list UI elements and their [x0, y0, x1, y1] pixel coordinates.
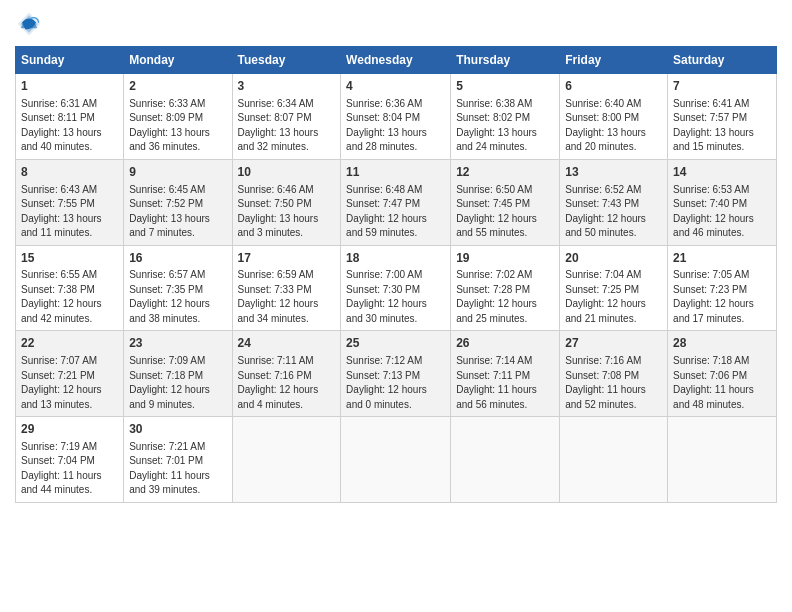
day-number: 25: [346, 335, 445, 352]
calendar-cell: 3Sunrise: 6:34 AM Sunset: 8:07 PM Daylig…: [232, 74, 341, 160]
calendar-cell: 15Sunrise: 6:55 AM Sunset: 7:38 PM Dayli…: [16, 245, 124, 331]
calendar-cell: 29Sunrise: 7:19 AM Sunset: 7:04 PM Dayli…: [16, 417, 124, 503]
day-number: 22: [21, 335, 118, 352]
calendar-cell: 30Sunrise: 7:21 AM Sunset: 7:01 PM Dayli…: [124, 417, 232, 503]
calendar-cell: [341, 417, 451, 503]
day-number: 11: [346, 164, 445, 181]
logo: [15, 10, 47, 38]
calendar-cell: 10Sunrise: 6:46 AM Sunset: 7:50 PM Dayli…: [232, 159, 341, 245]
day-info: Sunrise: 7:04 AM Sunset: 7:25 PM Dayligh…: [565, 268, 662, 326]
day-info: Sunrise: 7:00 AM Sunset: 7:30 PM Dayligh…: [346, 268, 445, 326]
calendar-cell: 18Sunrise: 7:00 AM Sunset: 7:30 PM Dayli…: [341, 245, 451, 331]
day-info: Sunrise: 6:59 AM Sunset: 7:33 PM Dayligh…: [238, 268, 336, 326]
calendar-cell: 20Sunrise: 7:04 AM Sunset: 7:25 PM Dayli…: [560, 245, 668, 331]
logo-icon: [15, 10, 43, 38]
day-number: 4: [346, 78, 445, 95]
calendar-cell: [451, 417, 560, 503]
calendar-cell: 11Sunrise: 6:48 AM Sunset: 7:47 PM Dayli…: [341, 159, 451, 245]
calendar-cell: [232, 417, 341, 503]
calendar-cell: 5Sunrise: 6:38 AM Sunset: 8:02 PM Daylig…: [451, 74, 560, 160]
calendar-cell: 12Sunrise: 6:50 AM Sunset: 7:45 PM Dayli…: [451, 159, 560, 245]
calendar-week-row: 22Sunrise: 7:07 AM Sunset: 7:21 PM Dayli…: [16, 331, 777, 417]
day-number: 2: [129, 78, 226, 95]
day-info: Sunrise: 6:48 AM Sunset: 7:47 PM Dayligh…: [346, 183, 445, 241]
calendar-table: SundayMondayTuesdayWednesdayThursdayFrid…: [15, 46, 777, 503]
day-info: Sunrise: 6:40 AM Sunset: 8:00 PM Dayligh…: [565, 97, 662, 155]
day-number: 15: [21, 250, 118, 267]
day-info: Sunrise: 6:31 AM Sunset: 8:11 PM Dayligh…: [21, 97, 118, 155]
day-info: Sunrise: 6:43 AM Sunset: 7:55 PM Dayligh…: [21, 183, 118, 241]
day-number: 21: [673, 250, 771, 267]
day-number: 9: [129, 164, 226, 181]
calendar-day-header: Sunday: [16, 47, 124, 74]
day-number: 13: [565, 164, 662, 181]
day-number: 28: [673, 335, 771, 352]
day-number: 6: [565, 78, 662, 95]
day-info: Sunrise: 6:45 AM Sunset: 7:52 PM Dayligh…: [129, 183, 226, 241]
calendar-week-row: 15Sunrise: 6:55 AM Sunset: 7:38 PM Dayli…: [16, 245, 777, 331]
calendar-cell: 8Sunrise: 6:43 AM Sunset: 7:55 PM Daylig…: [16, 159, 124, 245]
header: [15, 10, 777, 38]
day-number: 7: [673, 78, 771, 95]
page: SundayMondayTuesdayWednesdayThursdayFrid…: [0, 0, 792, 612]
day-number: 19: [456, 250, 554, 267]
day-info: Sunrise: 7:19 AM Sunset: 7:04 PM Dayligh…: [21, 440, 118, 498]
day-number: 5: [456, 78, 554, 95]
day-number: 12: [456, 164, 554, 181]
day-info: Sunrise: 6:50 AM Sunset: 7:45 PM Dayligh…: [456, 183, 554, 241]
day-info: Sunrise: 7:12 AM Sunset: 7:13 PM Dayligh…: [346, 354, 445, 412]
day-number: 10: [238, 164, 336, 181]
day-info: Sunrise: 7:16 AM Sunset: 7:08 PM Dayligh…: [565, 354, 662, 412]
calendar-week-row: 8Sunrise: 6:43 AM Sunset: 7:55 PM Daylig…: [16, 159, 777, 245]
calendar-cell: 6Sunrise: 6:40 AM Sunset: 8:00 PM Daylig…: [560, 74, 668, 160]
day-number: 8: [21, 164, 118, 181]
calendar-cell: 1Sunrise: 6:31 AM Sunset: 8:11 PM Daylig…: [16, 74, 124, 160]
day-number: 17: [238, 250, 336, 267]
day-info: Sunrise: 6:36 AM Sunset: 8:04 PM Dayligh…: [346, 97, 445, 155]
day-info: Sunrise: 7:05 AM Sunset: 7:23 PM Dayligh…: [673, 268, 771, 326]
calendar-cell: 19Sunrise: 7:02 AM Sunset: 7:28 PM Dayli…: [451, 245, 560, 331]
day-info: Sunrise: 7:11 AM Sunset: 7:16 PM Dayligh…: [238, 354, 336, 412]
day-number: 24: [238, 335, 336, 352]
calendar-cell: 27Sunrise: 7:16 AM Sunset: 7:08 PM Dayli…: [560, 331, 668, 417]
day-info: Sunrise: 7:21 AM Sunset: 7:01 PM Dayligh…: [129, 440, 226, 498]
calendar-day-header: Thursday: [451, 47, 560, 74]
calendar-week-row: 29Sunrise: 7:19 AM Sunset: 7:04 PM Dayli…: [16, 417, 777, 503]
day-info: Sunrise: 6:46 AM Sunset: 7:50 PM Dayligh…: [238, 183, 336, 241]
day-number: 30: [129, 421, 226, 438]
calendar-cell: 23Sunrise: 7:09 AM Sunset: 7:18 PM Dayli…: [124, 331, 232, 417]
calendar-cell: 25Sunrise: 7:12 AM Sunset: 7:13 PM Dayli…: [341, 331, 451, 417]
day-number: 27: [565, 335, 662, 352]
day-info: Sunrise: 7:07 AM Sunset: 7:21 PM Dayligh…: [21, 354, 118, 412]
day-number: 20: [565, 250, 662, 267]
calendar-cell: 2Sunrise: 6:33 AM Sunset: 8:09 PM Daylig…: [124, 74, 232, 160]
calendar-header-row: SundayMondayTuesdayWednesdayThursdayFrid…: [16, 47, 777, 74]
day-number: 3: [238, 78, 336, 95]
calendar-cell: [560, 417, 668, 503]
calendar-day-header: Wednesday: [341, 47, 451, 74]
day-info: Sunrise: 6:53 AM Sunset: 7:40 PM Dayligh…: [673, 183, 771, 241]
day-info: Sunrise: 6:57 AM Sunset: 7:35 PM Dayligh…: [129, 268, 226, 326]
day-number: 1: [21, 78, 118, 95]
day-number: 16: [129, 250, 226, 267]
calendar-cell: 9Sunrise: 6:45 AM Sunset: 7:52 PM Daylig…: [124, 159, 232, 245]
calendar-day-header: Tuesday: [232, 47, 341, 74]
calendar-cell: [668, 417, 777, 503]
calendar-cell: 7Sunrise: 6:41 AM Sunset: 7:57 PM Daylig…: [668, 74, 777, 160]
day-number: 14: [673, 164, 771, 181]
calendar-day-header: Friday: [560, 47, 668, 74]
calendar-cell: 21Sunrise: 7:05 AM Sunset: 7:23 PM Dayli…: [668, 245, 777, 331]
day-info: Sunrise: 6:55 AM Sunset: 7:38 PM Dayligh…: [21, 268, 118, 326]
calendar-cell: 16Sunrise: 6:57 AM Sunset: 7:35 PM Dayli…: [124, 245, 232, 331]
day-number: 29: [21, 421, 118, 438]
day-info: Sunrise: 7:02 AM Sunset: 7:28 PM Dayligh…: [456, 268, 554, 326]
calendar-week-row: 1Sunrise: 6:31 AM Sunset: 8:11 PM Daylig…: [16, 74, 777, 160]
day-info: Sunrise: 6:41 AM Sunset: 7:57 PM Dayligh…: [673, 97, 771, 155]
day-info: Sunrise: 6:38 AM Sunset: 8:02 PM Dayligh…: [456, 97, 554, 155]
calendar-day-header: Saturday: [668, 47, 777, 74]
day-number: 26: [456, 335, 554, 352]
day-info: Sunrise: 6:52 AM Sunset: 7:43 PM Dayligh…: [565, 183, 662, 241]
calendar-cell: 17Sunrise: 6:59 AM Sunset: 7:33 PM Dayli…: [232, 245, 341, 331]
day-info: Sunrise: 6:33 AM Sunset: 8:09 PM Dayligh…: [129, 97, 226, 155]
calendar-cell: 22Sunrise: 7:07 AM Sunset: 7:21 PM Dayli…: [16, 331, 124, 417]
